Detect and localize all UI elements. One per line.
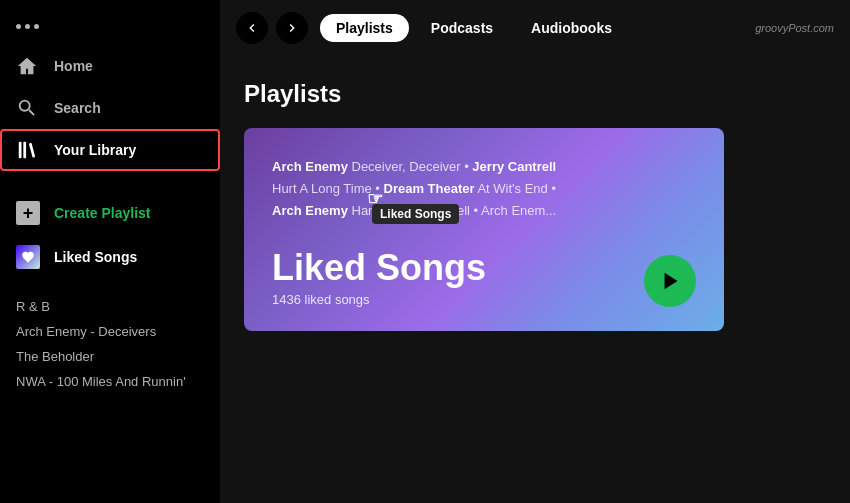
preview-artist-2: Jerry Cantrell	[472, 159, 556, 174]
playlist-list: R & B Arch Enemy - Deceivers The Beholde…	[0, 287, 220, 401]
card-title: Liked Songs Liked Songs ☞	[272, 250, 486, 286]
tab-audiobooks[interactable]: Audiobooks	[515, 14, 628, 42]
menu-dots[interactable]	[0, 16, 220, 45]
liked-songs-label: Liked Songs	[54, 249, 137, 265]
search-icon	[16, 97, 38, 119]
preview-song-2: Hurt A Long Time •	[272, 181, 384, 196]
list-item[interactable]: NWA - 100 Miles And Runnin'	[16, 370, 204, 393]
liked-songs-action[interactable]: Liked Songs	[0, 235, 220, 279]
create-playlist-action[interactable]: + Create Playlist	[0, 191, 220, 235]
preview-artist-4: Arch Enemy	[272, 203, 348, 218]
heart-icon	[16, 245, 40, 269]
preview-song-5: Arch Enem...	[481, 203, 556, 218]
svg-marker-3	[665, 273, 678, 290]
card-preview: Arch Enemy Deceiver, Deceiver • Jerry Ca…	[272, 156, 696, 222]
card-bottom: Liked Songs Liked Songs ☞ 1436 liked son…	[272, 250, 696, 307]
list-item[interactable]: R & B	[16, 295, 204, 318]
tab-podcasts[interactable]: Podcasts	[415, 14, 509, 42]
preview-song-4: Handshake with Hell •	[348, 203, 481, 218]
library-icon	[16, 139, 38, 161]
watermark: groovyPost.com	[755, 22, 834, 34]
preview-song-1: Deceiver, Deceiver •	[348, 159, 472, 174]
svg-rect-1	[23, 142, 26, 159]
sidebar-item-home[interactable]: Home	[0, 45, 220, 87]
svg-rect-2	[29, 143, 35, 158]
list-item[interactable]: The Beholder	[16, 345, 204, 368]
section-title: Playlists	[244, 80, 826, 108]
create-playlist-label: Create Playlist	[54, 205, 151, 221]
list-item[interactable]: Arch Enemy - Deceivers	[16, 320, 204, 343]
forward-button[interactable]	[276, 12, 308, 44]
topbar: Playlists Podcasts Audiobooks groovyPost…	[220, 0, 850, 56]
sidebar-item-label-library: Your Library	[54, 142, 136, 158]
home-icon	[16, 55, 38, 77]
sidebar-item-label-search: Search	[54, 100, 101, 116]
content-area: Playlists Arch Enemy Deceiver, Deceiver …	[220, 56, 850, 503]
back-button[interactable]	[236, 12, 268, 44]
sidebar-item-search[interactable]: Search	[0, 87, 220, 129]
card-info: Liked Songs Liked Songs ☞ 1436 liked son…	[272, 250, 486, 307]
sidebar-nav: Home Search Your Library	[0, 45, 220, 171]
nav-arrows	[236, 12, 308, 44]
sidebar-item-library[interactable]: Your Library	[0, 129, 220, 171]
plus-icon: +	[16, 201, 40, 225]
tab-group: Playlists Podcasts Audiobooks	[320, 14, 628, 42]
tab-playlists[interactable]: Playlists	[320, 14, 409, 42]
liked-songs-card[interactable]: Arch Enemy Deceiver, Deceiver • Jerry Ca…	[244, 128, 724, 331]
preview-song-3: At Wit's End •	[475, 181, 556, 196]
svg-rect-0	[19, 142, 22, 159]
sidebar: Home Search Your Library + Create	[0, 0, 220, 503]
play-button[interactable]	[644, 255, 696, 307]
preview-artist-3: Dream Theater	[384, 181, 475, 196]
sidebar-item-label-home: Home	[54, 58, 93, 74]
card-subtitle: 1436 liked songs	[272, 292, 486, 307]
preview-artist-1: Arch Enemy	[272, 159, 348, 174]
main-content: Playlists Podcasts Audiobooks groovyPost…	[220, 0, 850, 503]
